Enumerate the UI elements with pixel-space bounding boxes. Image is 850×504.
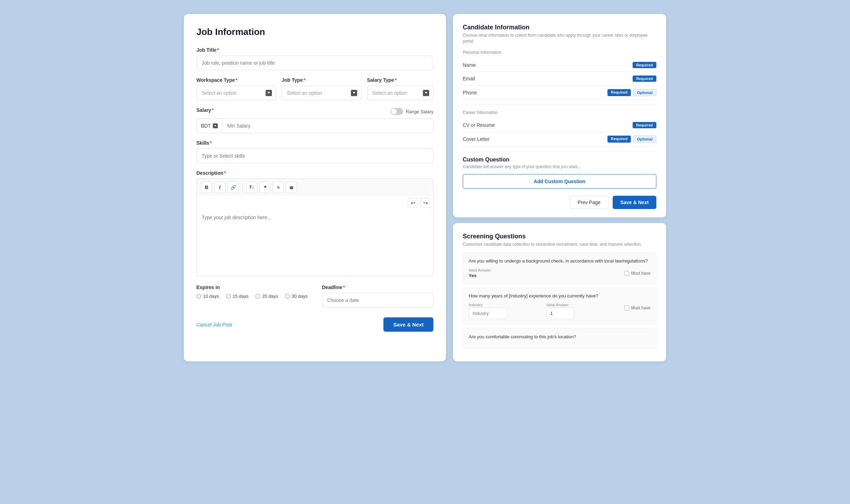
radio-15days[interactable]: 15 days (226, 294, 249, 299)
radio-10days-input[interactable] (196, 294, 201, 298)
sq1-ideal-col: Ideal Answer: Yes (469, 268, 620, 278)
expires-label: Expires in (196, 285, 308, 290)
radio-30days-input[interactable] (285, 294, 290, 298)
type-selects-row: Workspace Type* Select an option Job Typ… (196, 77, 433, 100)
description-textarea[interactable] (196, 210, 433, 276)
cover-letter-badges: Required Optional (607, 136, 656, 143)
skills-label: Skills* (196, 140, 433, 146)
panel-title: Job Information (196, 27, 433, 37)
workspace-type-label: Workspace Type* (196, 77, 276, 83)
sq2-industry-col: Industry: (469, 303, 542, 319)
salary-label: Salary* (196, 107, 214, 113)
radio-10days[interactable]: 10 days (196, 294, 219, 299)
deadline-label: Deadline* (322, 285, 433, 290)
screening-questions-title: Screening Questions (463, 233, 656, 240)
radio-15days-input[interactable] (226, 294, 231, 298)
phone-required-badge[interactable]: Required (607, 89, 631, 96)
career-info-section-label: Career Information (463, 110, 656, 115)
add-custom-question-button[interactable]: Add Custom Question (463, 174, 656, 189)
expires-deadline-row: Expires in 10 days 15 days 20 days (196, 285, 433, 308)
undo-redo-bar: ↩ ↪ (196, 196, 433, 210)
deadline-group: Deadline* (322, 285, 433, 308)
expires-radio-group: 10 days 15 days 20 days 30 days (196, 294, 308, 299)
phone-badges: Required Optional (607, 89, 656, 96)
screening-question-3: Are you comfortable commuting to this jo… (463, 329, 656, 349)
sq3-text: Are you comfortable commuting to this jo… (469, 334, 650, 340)
cover-letter-optional-badge[interactable]: Optional (633, 136, 656, 143)
phone-row: Phone Required Optional (463, 86, 656, 100)
email-required-badge[interactable]: Required (633, 75, 656, 82)
screening-questions-panel: Screening Questions Customize candidate … (453, 223, 666, 361)
custom-question-subtitle: Candidate will answer any type of your q… (463, 164, 656, 169)
email-badges: Required (633, 75, 656, 82)
job-title-label: Job Title* (196, 47, 433, 53)
min-salary-input[interactable] (222, 119, 433, 133)
ordered-list-button[interactable]: ≣ (286, 182, 297, 193)
bold-button[interactable]: B (201, 182, 212, 193)
left-panel-footer: Cancel Job Post Save & Next (196, 317, 433, 332)
cv-resume-label: CV or Resume (463, 122, 495, 128)
skills-input[interactable] (196, 149, 433, 163)
sq1-ideal-value: Yes (469, 273, 620, 278)
expires-group: Expires in 10 days 15 days 20 days (196, 285, 308, 299)
radio-30days[interactable]: 30 days (285, 294, 308, 299)
divider-2 (463, 151, 656, 152)
heading-button[interactable]: T↕ (246, 182, 257, 193)
currency-arrow-icon (213, 123, 218, 128)
cancel-job-post-link[interactable]: Cancel Job Post (196, 322, 232, 327)
sq2-must-have: Must have (624, 305, 650, 310)
prev-page-button[interactable]: Prev Page (570, 196, 608, 209)
cv-required-badge[interactable]: Required (633, 122, 656, 128)
redo-button[interactable]: ↪ (420, 198, 430, 208)
cover-letter-required-badge[interactable]: Required (607, 136, 631, 143)
job-title-input[interactable] (196, 56, 433, 70)
name-required-badge[interactable]: Required (633, 62, 656, 68)
salary-type-select[interactable]: Select an option (367, 86, 433, 100)
sq2-must-have-checkbox[interactable] (624, 305, 629, 310)
radio-20days-input[interactable] (255, 294, 260, 298)
sq2-industry-input[interactable] (469, 308, 507, 319)
description-toolbar: B I 🔗 T↕ ❝ ≡ ≣ (196, 179, 433, 196)
salary-input-wrapper: BDT (196, 118, 433, 133)
undo-button[interactable]: ↩ (408, 198, 418, 208)
sq2-industry-label: Industry: (469, 303, 542, 307)
workspace-type-group: Workspace Type* Select an option (196, 77, 276, 100)
job-type-select[interactable]: Select an option (282, 86, 361, 100)
cv-resume-row: CV or Resume Required (463, 118, 656, 132)
link-button[interactable]: 🔗 (228, 182, 239, 193)
job-type-label: Job Type* (282, 77, 361, 83)
phone-optional-badge[interactable]: Optional (633, 89, 656, 96)
workspace-type-select[interactable]: Select an option (196, 86, 276, 100)
name-badges: Required (633, 62, 656, 68)
job-type-select-wrapper: Select an option (282, 86, 361, 100)
description-group: Description* B I 🔗 T↕ ❝ ≡ ≣ ↩ ↪ (196, 170, 433, 278)
sq2-text: How many years of [Industry] experience … (469, 293, 650, 299)
description-label: Description* (196, 170, 433, 176)
sq2-footer: Must have (624, 305, 650, 310)
custom-question-title: Custom Question (463, 157, 656, 163)
range-salary-toggle-row: Range Salary (390, 108, 433, 115)
range-salary-toggle[interactable] (390, 108, 403, 115)
save-next-button[interactable]: Save & Next (383, 317, 433, 332)
sq2-ideal-input[interactable] (546, 308, 574, 319)
sq2-ideal-label: Ideal Answer: (546, 303, 620, 307)
unordered-list-button[interactable]: ≡ (273, 182, 284, 193)
candidate-save-next-button[interactable]: Save & Next (613, 196, 656, 209)
radio-20days[interactable]: 20 days (255, 294, 278, 299)
italic-button[interactable]: I (214, 182, 225, 193)
sq1-text: Are you willing to undergo a background … (469, 258, 650, 264)
skills-group: Skills* (196, 140, 433, 163)
cover-letter-label: Cover Letter (463, 136, 490, 142)
divider-1 (463, 105, 656, 105)
screening-question-1: Are you willing to undergo a background … (463, 253, 656, 283)
personal-info-section-label: Personal Information (463, 50, 656, 55)
sq1-must-have: Must have (624, 271, 650, 276)
workspace-type-select-wrapper: Select an option (196, 86, 276, 100)
email-label: Email (463, 76, 475, 81)
deadline-input[interactable] (322, 293, 433, 308)
quote-button[interactable]: ❝ (259, 182, 271, 193)
sq2-ideal-col: Ideal Answer: (546, 303, 620, 319)
sq1-must-have-checkbox[interactable] (624, 271, 629, 276)
currency-select[interactable]: BDT (197, 119, 222, 133)
cv-badges: Required (633, 122, 656, 128)
